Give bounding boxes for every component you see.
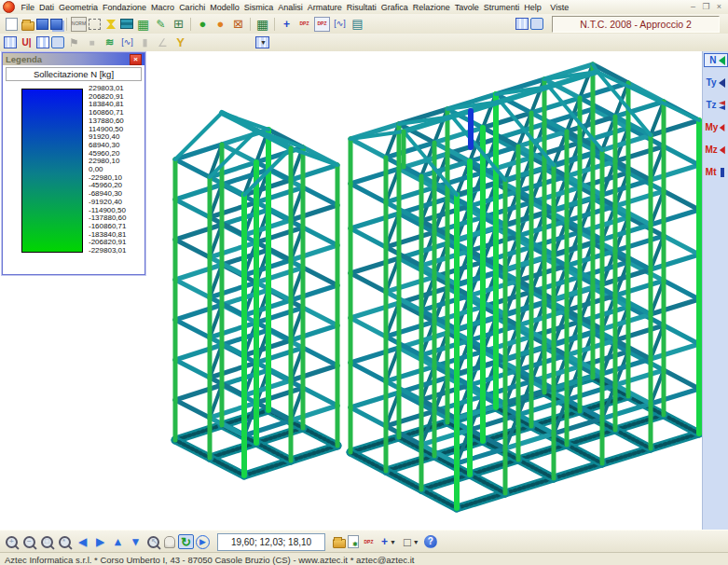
- save-copy-icon[interactable]: [50, 19, 62, 30]
- normative-icon[interactable]: NORM: [71, 17, 87, 32]
- result-button-tz[interactable]: Tz: [704, 98, 728, 112]
- deformed-shape-icon[interactable]: ≋: [102, 35, 117, 50]
- pan-hand-icon[interactable]: [164, 536, 175, 548]
- n-diagram-icon: [718, 55, 726, 66]
- frame-hatch-icon[interactable]: ▤: [350, 17, 365, 32]
- reactions-icon[interactable]: [36, 36, 49, 48]
- mesh-icon[interactable]: ▦: [135, 17, 151, 32]
- coordinates-field[interactable]: [217, 533, 325, 551]
- pan-right-icon[interactable]: ▶: [92, 534, 108, 549]
- menu-carichi[interactable]: Carichi: [177, 2, 208, 13]
- stop-icon[interactable]: ■: [84, 35, 100, 50]
- modal-shape-icon[interactable]: [∿]: [119, 35, 135, 50]
- orbit-icon[interactable]: ↻: [178, 534, 194, 549]
- view-select-icon[interactable]: ▼: [255, 36, 269, 48]
- result-button-label: Mt: [706, 168, 717, 177]
- render-view-icon[interactable]: [530, 18, 543, 30]
- menu-items: FileDatiGeometriaFondazioneMacroCarichiM…: [19, 2, 543, 13]
- restore-button[interactable]: ❐: [701, 3, 711, 12]
- menu-viste[interactable]: Viste: [547, 2, 571, 13]
- spectrum-dpz-icon[interactable]: DPZ: [296, 17, 312, 32]
- result-button-ty[interactable]: Ty: [704, 76, 728, 90]
- save-view-icon[interactable]: [333, 539, 346, 548]
- tz-diagram-icon: [718, 100, 726, 111]
- zoom-in-icon[interactable]: +: [4, 534, 20, 549]
- menu-relazione[interactable]: Relazione: [410, 2, 452, 13]
- wishbone-icon[interactable]: Y: [172, 35, 188, 50]
- building-view-icon[interactable]: [515, 18, 529, 30]
- zoom-window-icon[interactable]: □: [39, 534, 55, 549]
- menu-grafica[interactable]: Grafica: [378, 2, 410, 13]
- modal-shape-icon[interactable]: [∿]: [332, 17, 348, 32]
- menu-file[interactable]: File: [19, 2, 37, 13]
- legend-panel: Legenda × Sollecitazione N [kg] 229803,0…: [2, 52, 145, 275]
- status-text: Aztec Informatica s.r.l. * Corso Umberto…: [5, 555, 414, 565]
- zoom-dynamic-icon[interactable]: ↖: [145, 534, 161, 549]
- flag-icon[interactable]: ⚑: [66, 35, 82, 50]
- menu-modello[interactable]: Modello: [208, 2, 242, 13]
- edit-pencil-icon[interactable]: ✎: [153, 17, 169, 32]
- status-bar: Aztec Informatica s.r.l. * Corso Umberto…: [0, 552, 728, 565]
- report-icon[interactable]: ✱: [348, 535, 359, 548]
- window-controls: – ❐ ×: [688, 3, 728, 12]
- save-icon[interactable]: [36, 19, 48, 30]
- selection-icon[interactable]: [89, 19, 101, 30]
- member-forces-icon[interactable]: [51, 36, 64, 48]
- frame-view-icon[interactable]: [4, 36, 17, 48]
- table-grid-icon[interactable]: ▦: [254, 17, 270, 32]
- envelope-icon[interactable]: ∠: [155, 35, 171, 50]
- toolbar-separator: [190, 18, 191, 31]
- wall-section-icon[interactable]: [120, 19, 133, 29]
- menu-analisi[interactable]: Analisi: [276, 2, 306, 13]
- help-icon[interactable]: ?: [424, 535, 437, 548]
- result-button-mt[interactable]: Mt: [704, 165, 728, 179]
- menu-fondazione[interactable]: Fondazione: [101, 2, 149, 13]
- displacements-icon[interactable]: U|: [19, 35, 34, 50]
- legend-close-icon[interactable]: ×: [130, 54, 142, 65]
- menu-geometria[interactable]: Geometria: [57, 2, 101, 13]
- minimize-button[interactable]: –: [688, 3, 698, 12]
- legend-titlebar[interactable]: Legenda ×: [3, 53, 144, 65]
- result-button-mz[interactable]: Mz: [704, 143, 728, 157]
- open-project-icon[interactable]: [21, 21, 34, 31]
- toolbar-separator: [66, 18, 67, 31]
- pan-left-icon[interactable]: ◀: [75, 534, 90, 549]
- dpz-icon[interactable]: DPZ: [361, 534, 377, 549]
- hourglass-icon[interactable]: [103, 17, 118, 32]
- sphere-orange-icon[interactable]: ●: [213, 17, 228, 32]
- new-document-icon[interactable]: [6, 18, 18, 31]
- menu-risultati[interactable]: Risultati: [344, 2, 378, 13]
- result-button-label: My: [706, 123, 719, 132]
- model-canvas[interactable]: Legenda × Sollecitazione N [kg] 229803,0…: [0, 51, 702, 530]
- zoom-out-icon[interactable]: −: [21, 534, 37, 549]
- close-button[interactable]: ×: [714, 3, 724, 12]
- legend-header: Sollecitazione N [kg]: [6, 67, 142, 81]
- navigation-toolbar: +−□*◀▶▲▼↖↻▶ ✱DPZ+▼□▼?: [0, 530, 728, 553]
- menu-armature[interactable]: Armature: [305, 2, 344, 13]
- plinth-icon[interactable]: ⊠: [230, 17, 246, 32]
- pan-up-icon[interactable]: ▲: [110, 534, 126, 549]
- animate-icon[interactable]: ▶: [196, 535, 210, 549]
- menu-tavole[interactable]: Tavole: [452, 2, 481, 13]
- dropdown-caret-icon: ▼: [390, 539, 396, 545]
- grid-nodes-icon[interactable]: ⊞: [171, 17, 186, 32]
- result-button-label: Ty: [707, 78, 717, 88]
- result-button-my[interactable]: My: [704, 120, 728, 134]
- menu-help[interactable]: Help: [522, 2, 544, 13]
- menu-strumenti[interactable]: Strumenti: [481, 2, 522, 13]
- dpz-frame-icon[interactable]: DPZ: [314, 17, 330, 32]
- menu-dati[interactable]: Dati: [37, 2, 57, 13]
- cube-view-icon[interactable]: □▼: [401, 534, 422, 549]
- zoom-extents-icon[interactable]: *: [57, 534, 73, 549]
- mz-diagram-icon: [719, 145, 726, 156]
- sphere-green-icon[interactable]: ●: [195, 17, 211, 32]
- result-component-strip: NTyTzMyMzMt: [702, 51, 728, 530]
- local-axes-icon[interactable]: +: [279, 17, 295, 32]
- result-button-n[interactable]: N: [704, 53, 728, 67]
- menu-macro[interactable]: Macro: [149, 2, 177, 13]
- dropdown-caret-icon: ▼: [260, 39, 267, 46]
- pan-down-icon[interactable]: ▼: [128, 534, 144, 549]
- axes-toggle-icon[interactable]: +▼: [378, 534, 399, 549]
- bar-icon[interactable]: ▮: [137, 35, 153, 50]
- menu-sismica[interactable]: Sismica: [241, 2, 276, 13]
